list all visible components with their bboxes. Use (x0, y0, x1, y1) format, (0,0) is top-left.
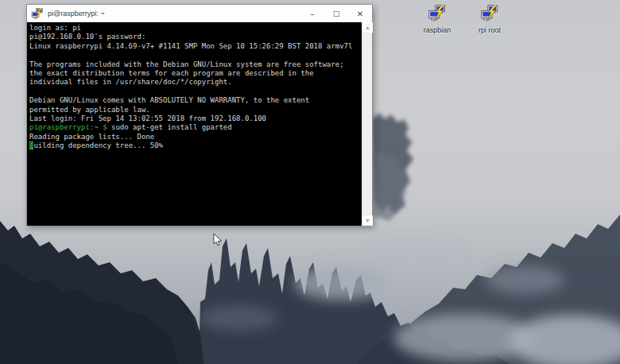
terminal-line: Linux raspberrypi 4.14.69-v7+ #1141 SMP … (29, 42, 361, 51)
desktop-icon-raspbian[interactable]: raspbian (415, 5, 459, 34)
terminal-line: individual files in /usr/share/doc/*/cop… (29, 78, 361, 87)
window-titlebar[interactable]: pi@raspberrypi: ~ – □ ✕ (27, 5, 372, 22)
close-button[interactable]: ✕ (348, 5, 372, 22)
terminal-line: Last login: Fri Sep 14 13:02:55 2018 fro… (29, 114, 361, 123)
terminal-line: login as: pi (29, 24, 361, 33)
terminal-line: pi@192.168.0.10's password: (29, 33, 361, 41)
mouse-cursor-icon (213, 234, 223, 247)
mist-patches (199, 242, 620, 364)
desktop-icon-label: rpi root (467, 26, 512, 34)
terminal-line (29, 51, 361, 60)
terminal-line: permitted by applicable law. (29, 106, 361, 114)
scroll-down-icon[interactable]: ▾ (362, 215, 373, 226)
terminal-line: pi@raspberrypi:~ $ sudo apt-get install … (29, 123, 361, 132)
putty-icon (428, 5, 447, 21)
desktop-icon-label: raspbian (415, 26, 459, 34)
window-title: pi@raspberrypi: ~ (48, 10, 300, 17)
tree-cluster-right-of-window (372, 113, 413, 221)
scroll-up-icon[interactable]: ▴ (362, 22, 373, 33)
terminal-scrollbar[interactable]: ▴ ▾ (362, 22, 372, 226)
terminal-line: the exact distribution terms for each pr… (29, 69, 361, 78)
terminal-line: Debian GNU/Linux comes with ABSOLUTELY N… (29, 96, 361, 105)
terminal-line: Reading package lists... Done (29, 133, 361, 141)
putty-icon (31, 8, 44, 20)
terminal-lines: login as: pipi@192.168.0.10's password:L… (29, 24, 361, 150)
terminal-line: Building dependency tree... 50% (29, 141, 361, 150)
terminal-area[interactable]: login as: pipi@192.168.0.10's password:L… (27, 22, 372, 226)
maximize-button[interactable]: □ (324, 5, 348, 22)
desktop-icon-rpi-root[interactable]: rpi root (467, 5, 512, 34)
putty-window: pi@raspberrypi: ~ – □ ✕ login as: pipi@1… (26, 4, 373, 226)
terminal-line: The programs included with the Debian GN… (29, 60, 361, 69)
minimize-button[interactable]: – (300, 5, 324, 22)
putty-icon (480, 5, 499, 21)
terminal-line (29, 87, 361, 96)
